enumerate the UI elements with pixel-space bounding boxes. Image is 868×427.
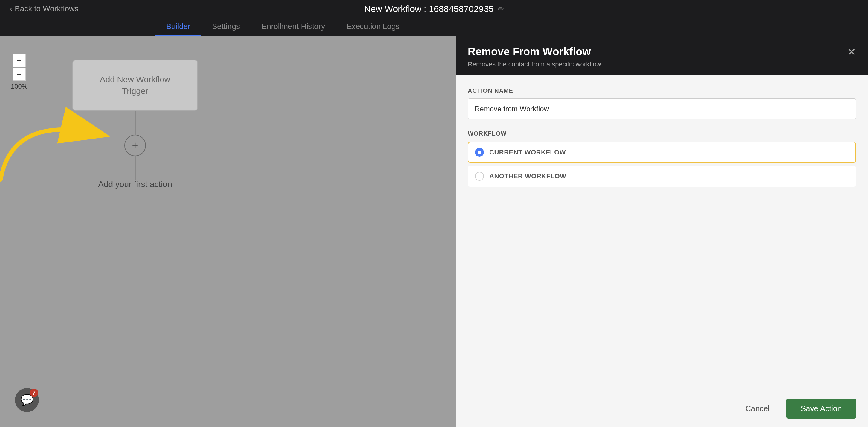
trigger-node-text: Add New WorkflowTrigger (100, 74, 170, 97)
back-button[interactable]: ‹ Back to Workflows (9, 4, 79, 14)
badge-count: 7 (30, 389, 38, 397)
top-nav: ‹ Back to Workflows New Workflow : 16884… (0, 0, 868, 18)
tab-execution-logs[interactable]: Execution Logs (336, 18, 410, 36)
workflow-option-current[interactable]: CURRENT WORKFLOW (468, 142, 856, 163)
zoom-out-button[interactable]: − (12, 68, 26, 81)
panel-subtitle: Removes the contact from a specific work… (468, 60, 601, 68)
radio-another-icon (475, 172, 484, 181)
panel-body: ACTION NAME WORKFLOW CURRENT WORKFLOW AN… (456, 76, 868, 390)
right-panel: Remove From Workflow Removes the contact… (456, 36, 868, 427)
workflow-canvas: + − 100% Add New WorkflowTrigger + Add y… (0, 36, 456, 427)
tab-builder[interactable]: Builder (155, 18, 201, 36)
workflow-option-another[interactable]: ANOTHER WORKFLOW (468, 166, 856, 187)
panel-title: Remove From Workflow (468, 46, 601, 58)
zoom-in-button[interactable]: + (12, 54, 26, 67)
zoom-controls: + − 100% (11, 54, 28, 90)
tabs-bar: Builder Settings Enrollment History Exec… (0, 18, 868, 36)
panel-footer: Cancel Save Action (456, 390, 868, 427)
tab-settings[interactable]: Settings (201, 18, 251, 36)
save-action-button[interactable]: Save Action (786, 399, 856, 419)
workflow-title: New Workflow : 1688458702935 ✏ (364, 4, 504, 14)
edit-icon[interactable]: ✏ (498, 5, 504, 13)
workflow-title-text: New Workflow : 1688458702935 (364, 4, 494, 14)
tab-enrollment-history[interactable]: Enrollment History (251, 18, 336, 36)
notification-badge[interactable]: 💬 7 (15, 388, 39, 412)
panel-header: Remove From Workflow Removes the contact… (456, 36, 868, 76)
connector-line-top (135, 111, 136, 135)
add-action-button[interactable]: + (124, 135, 146, 156)
close-button[interactable]: ✕ (847, 47, 856, 57)
chevron-left-icon: ‹ (9, 4, 12, 14)
add-first-action-label: Add your first action (72, 179, 198, 189)
workflow-section-label: WORKFLOW (468, 130, 856, 137)
plus-icon: + (132, 140, 138, 151)
main-layout: + − 100% Add New WorkflowTrigger + Add y… (0, 36, 868, 427)
cancel-button[interactable]: Cancel (736, 399, 779, 418)
panel-title-group: Remove From Workflow Removes the contact… (468, 46, 601, 68)
connector-line-bottom (135, 156, 136, 180)
radio-current-icon (475, 148, 484, 157)
action-name-input[interactable] (468, 98, 856, 119)
trigger-node[interactable]: Add New WorkflowTrigger (72, 60, 198, 111)
back-label: Back to Workflows (14, 4, 78, 13)
action-name-label: ACTION NAME (468, 87, 856, 94)
zoom-level: 100% (11, 83, 28, 90)
workflow-option-current-label: CURRENT WORKFLOW (489, 148, 566, 156)
workflow-option-another-label: ANOTHER WORKFLOW (489, 172, 566, 180)
